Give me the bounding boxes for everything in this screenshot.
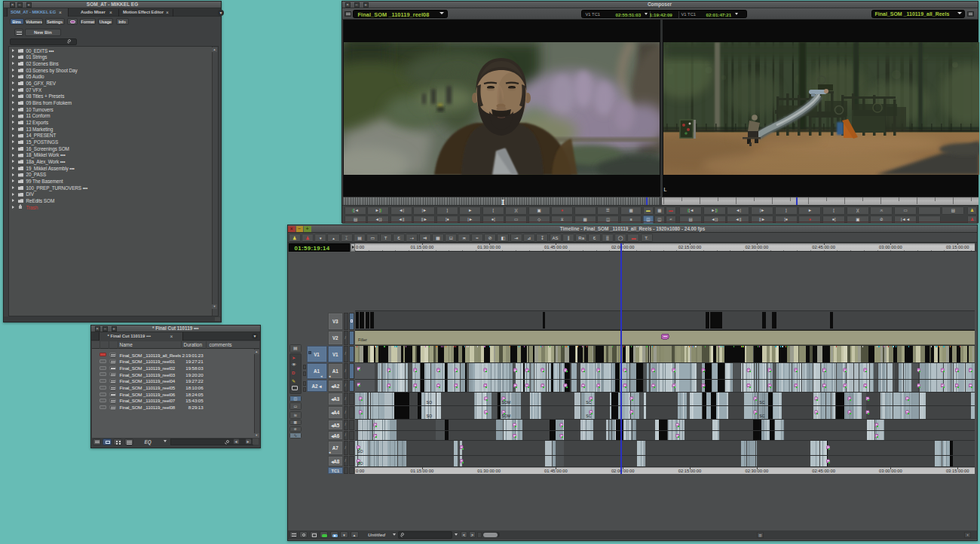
svg-text:SO: SO xyxy=(357,449,363,454)
svg-text:SOM: SOM xyxy=(502,414,511,418)
svg-text:SO: SO xyxy=(427,414,433,418)
svg-text:SC: SC xyxy=(586,400,591,405)
svg-text:SC: SC xyxy=(759,400,764,405)
svg-text:02:45:00:00: 02:45:00:00 xyxy=(812,469,835,473)
svg-text:SO: SO xyxy=(357,461,363,466)
svg-text:03:00:00:00: 03:00:00:00 xyxy=(879,469,902,473)
svg-text:SOM: SOM xyxy=(502,400,511,405)
svg-text:SC: SC xyxy=(759,414,764,418)
svg-text:0:00: 0:00 xyxy=(356,469,364,473)
svg-text:01:15:00:00: 01:15:00:00 xyxy=(410,469,433,473)
svg-text:02:30:00:00: 02:30:00:00 xyxy=(745,469,768,473)
svg-text:Filler: Filler xyxy=(358,338,367,342)
svg-text:02:15:00:00: 02:15:00:00 xyxy=(678,469,702,473)
svg-text:01:30:00:00: 01:30:00:00 xyxy=(477,469,501,473)
svg-text:SO: SO xyxy=(427,400,433,405)
svg-text:01:45:00:00: 01:45:00:00 xyxy=(544,469,568,473)
svg-text:02:00:00:00: 02:00:00:00 xyxy=(611,469,635,473)
svg-text:SC: SC xyxy=(586,414,591,418)
svg-text:03:15:00:00: 03:15:00:00 xyxy=(946,469,969,473)
